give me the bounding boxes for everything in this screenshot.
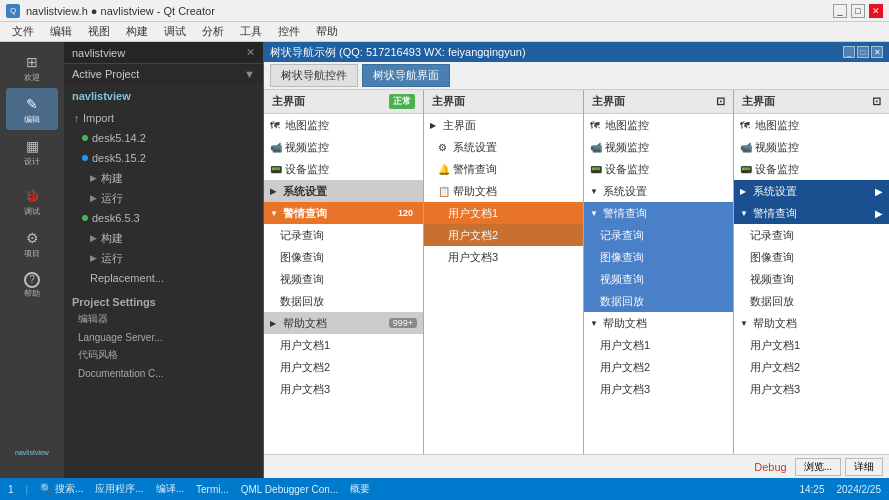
detail-button[interactable]: 详细	[845, 458, 883, 476]
p2-alert-icon: 🔔	[438, 164, 450, 175]
p3-alert-arrow: ▼	[590, 209, 600, 218]
menu-debug[interactable]: 调试	[156, 23, 194, 40]
p3-video-q[interactable]: 视频查询	[584, 268, 733, 290]
setting-editor[interactable]: 编辑器	[64, 310, 263, 328]
demo-close-button[interactable]: ✕	[871, 46, 883, 58]
sidebar-icon-welcome[interactable]: ⊞ 欢迎	[6, 46, 58, 88]
p3-playback[interactable]: 数据回放	[584, 290, 733, 312]
nav-section-alert[interactable]: ▼ 警情查询 120	[264, 202, 423, 224]
status-search[interactable]: 🔍 搜索...	[40, 482, 83, 496]
nav-node-map[interactable]: 🗺 地图监控	[264, 114, 423, 136]
p4-image[interactable]: 图像查询	[734, 246, 889, 268]
nav-node-doc2[interactable]: 用户文档2	[264, 356, 423, 378]
close-button[interactable]: ✕	[869, 4, 883, 18]
nav-node-doc3[interactable]: 用户文档3	[264, 378, 423, 400]
p4-video-q[interactable]: 视频查询	[734, 268, 889, 290]
p2-help[interactable]: 📋 帮助文档	[424, 180, 583, 202]
run-action-2[interactable]: ▶ 运行	[64, 248, 263, 268]
p3-sysconfig[interactable]: ▼ 系统设置	[584, 180, 733, 202]
kit-desk-515[interactable]: desk5.15.2	[64, 148, 263, 168]
panel4-expand-icon[interactable]: ⊡	[872, 95, 881, 108]
maximize-button[interactable]: □	[851, 4, 865, 18]
demo-maximize-button[interactable]: □	[857, 46, 869, 58]
menu-file[interactable]: 文件	[4, 23, 42, 40]
nav-node-record[interactable]: 记录查询	[264, 224, 423, 246]
sidebar-icon-help[interactable]: ? 帮助	[6, 264, 58, 306]
kit-desk-514[interactable]: desk5.14.2	[64, 128, 263, 148]
sidebar-icon-design[interactable]: ▦ 设计	[6, 130, 58, 172]
p3-device[interactable]: 📟 设备监控	[584, 158, 733, 180]
nav-node-playback[interactable]: 数据回放	[264, 290, 423, 312]
p2-doc3[interactable]: 用户文档3	[424, 246, 583, 268]
nav-section-help[interactable]: ▶ 帮助文档 999+	[264, 312, 423, 334]
menu-analyze[interactable]: 分析	[194, 23, 232, 40]
section-arrow-icon[interactable]: ▼	[244, 68, 255, 80]
p3-video[interactable]: 📹 视频监控	[584, 136, 733, 158]
p2-doc2[interactable]: 用户文档2	[424, 224, 583, 246]
panel-close-icon[interactable]: ✕	[246, 46, 255, 59]
p4-map[interactable]: 🗺 地图监控	[734, 114, 889, 136]
p2-doc1-selected[interactable]: 用户文档1	[424, 202, 583, 224]
p3-image[interactable]: 图像查询	[584, 246, 733, 268]
p3-map[interactable]: 🗺 地图监控	[584, 114, 733, 136]
p4-doc1[interactable]: 用户文档1	[734, 334, 889, 356]
p3-device-icon: 📟	[590, 164, 602, 175]
nav-section-sysconfig[interactable]: ▶ 系统设置	[264, 180, 423, 202]
menu-tools[interactable]: 工具	[232, 23, 270, 40]
menu-widget[interactable]: 控件	[270, 23, 308, 40]
demo-window: 树状导航示例 (QQ: 517216493 WX: feiyangqingyun…	[264, 42, 889, 454]
browse-button[interactable]: 浏览...	[795, 458, 841, 476]
build-action-1[interactable]: ▶ 构建	[64, 168, 263, 188]
p4-video[interactable]: 📹 视频监控	[734, 136, 889, 158]
p4-alert[interactable]: ▼ 警情查询 ▶	[734, 202, 889, 224]
p2-alert[interactable]: 🔔 警情查询	[424, 158, 583, 180]
p3-doc2[interactable]: 用户文档2	[584, 356, 733, 378]
p4-playback[interactable]: 数据回放	[734, 290, 889, 312]
p3-help[interactable]: ▼ 帮助文档	[584, 312, 733, 334]
panel1-badge: 正常	[389, 94, 415, 109]
sidebar-icon-debug[interactable]: 🐞 调试	[6, 180, 58, 222]
setting-documentation[interactable]: Documentation C...	[64, 364, 263, 382]
p2-nav-main[interactable]: ▶ 主界面	[424, 114, 583, 136]
p3-video-icon: 📹	[590, 142, 602, 153]
p4-doc2[interactable]: 用户文档2	[734, 356, 889, 378]
menu-build[interactable]: 构建	[118, 23, 156, 40]
p4-device[interactable]: 📟 设备监控	[734, 158, 889, 180]
kit-desk-653[interactable]: desk6.5.3	[64, 208, 263, 228]
sidebar-icon-edit[interactable]: ✎ 编辑	[6, 88, 58, 130]
replacement-item[interactable]: Replacement...	[64, 268, 263, 288]
menu-edit[interactable]: 编辑	[42, 23, 80, 40]
run-action-1[interactable]: ▶ 运行	[64, 188, 263, 208]
nav-node-video-query[interactable]: 视频查询	[264, 268, 423, 290]
p3-alert[interactable]: ▼ 警情查询	[584, 202, 733, 224]
help-badge: 999+	[389, 318, 417, 328]
sidebar-icon-navlistview[interactable]: navlistview	[6, 432, 58, 474]
tab-nav-interface[interactable]: 树状导航界面	[362, 64, 450, 87]
menu-help[interactable]: 帮助	[308, 23, 346, 40]
setting-code-style[interactable]: 代码风格	[64, 346, 263, 364]
p3-record[interactable]: 记录查询	[584, 224, 733, 246]
status-bar: 1 | 🔍 搜索... 应用程序... 编译... Termi... QML D…	[0, 478, 889, 500]
nav-node-doc1[interactable]: 用户文档1	[264, 334, 423, 356]
p3-doc1[interactable]: 用户文档1	[584, 334, 733, 356]
p4-doc3[interactable]: 用户文档3	[734, 378, 889, 400]
p4-sysconfig[interactable]: ▶ 系统设置 ▶	[734, 180, 889, 202]
build-action-2[interactable]: ▶ 构建	[64, 228, 263, 248]
import-item[interactable]: ↑ Import	[64, 108, 263, 128]
p4-help[interactable]: ▼ 帮助文档	[734, 312, 889, 334]
tab-nav-control[interactable]: 树状导航控件	[270, 64, 358, 87]
nav-node-video[interactable]: 📹 视频监控	[264, 136, 423, 158]
p4-record[interactable]: 记录查询	[734, 224, 889, 246]
menu-view[interactable]: 视图	[80, 23, 118, 40]
p3-doc3[interactable]: 用户文档3	[584, 378, 733, 400]
nav-node-device[interactable]: 📟 设备监控	[264, 158, 423, 180]
debug-label: Debug	[754, 461, 786, 473]
demo-minimize-button[interactable]: _	[843, 46, 855, 58]
p4-cfg-arrow: ▶	[740, 187, 750, 196]
sidebar-icon-projects[interactable]: ⚙ 项目	[6, 222, 58, 264]
panel3-expand-icon[interactable]: ⊡	[716, 95, 725, 108]
p2-sys-config[interactable]: ⚙ 系统设置	[424, 136, 583, 158]
minimize-button[interactable]: _	[833, 4, 847, 18]
setting-language-server[interactable]: Language Server...	[64, 328, 263, 346]
nav-node-image[interactable]: 图像查询	[264, 246, 423, 268]
